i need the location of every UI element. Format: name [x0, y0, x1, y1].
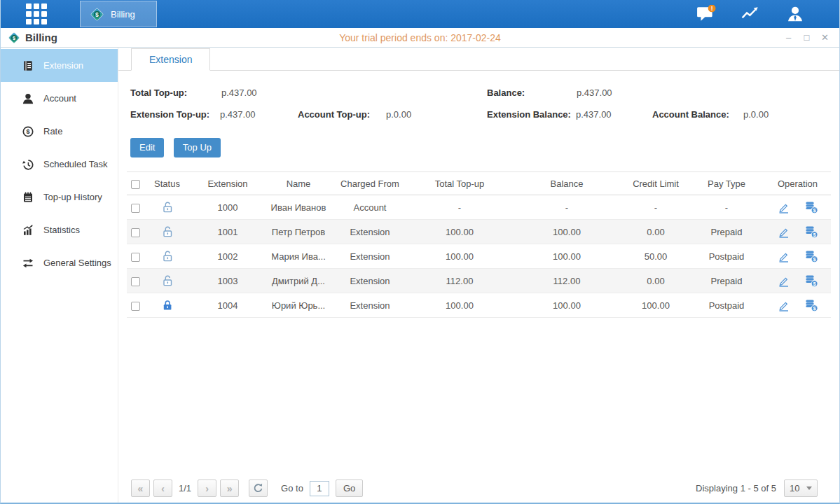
ledger-icon [22, 59, 34, 72]
top-up-button[interactable]: Top Up [174, 138, 221, 158]
topup-coins-icon[interactable]: $ [804, 299, 818, 312]
balance-summary: Total Top-up: p.437.00 Balance: p.437.00… [118, 82, 839, 125]
sidebar-item-general-settings[interactable]: General Settings [1, 246, 118, 279]
dollar-circle-icon: $ [22, 125, 34, 138]
page-size-value: 10 [790, 483, 799, 493]
topup-coins-icon[interactable]: $ [804, 201, 818, 214]
sidebar-item-label: Top-up History [43, 192, 102, 202]
sidebar-item-account[interactable]: Account [1, 82, 118, 115]
cell-credit-limit: 0.00 [623, 269, 689, 293]
edit-pencil-icon[interactable] [777, 274, 790, 288]
balance-value: p.437.00 [577, 86, 612, 100]
col-header-credit-limit: Credit Limit [623, 172, 689, 195]
row-checkbox[interactable] [131, 253, 140, 262]
extension-table: Status Extension Name Charged From Total… [127, 172, 831, 318]
lock-closed-icon[interactable] [161, 299, 174, 312]
cell-extension: 1002 [190, 244, 266, 269]
extension-topup-label: Extension Top-up: [130, 108, 209, 122]
row-checkbox[interactable] [131, 277, 140, 286]
user-menu-button[interactable] [786, 5, 804, 23]
body: Extension Account $ Rate Scheduled Task [1, 48, 839, 503]
cell-pay-type: Postpaid [689, 293, 764, 318]
refresh-button[interactable] [249, 479, 268, 497]
window-controls: – □ ✕ [783, 32, 831, 43]
cell-extension: 1001 [190, 220, 266, 244]
sidebar-item-scheduled-task[interactable]: Scheduled Task [1, 148, 118, 181]
lock-open-icon[interactable] [161, 250, 174, 262]
table-row: 1003 Дмитрий Д... Extension 112.00 112.0… [127, 269, 831, 293]
taskbar-billing-tab[interactable]: $ Billing [80, 1, 157, 27]
row-checkbox[interactable] [131, 228, 140, 237]
close-icon[interactable]: ✕ [819, 32, 831, 43]
cell-charged-from: Extension [331, 244, 408, 269]
cell-charged-from: Account [331, 195, 408, 220]
select-all-checkbox[interactable] [131, 180, 140, 189]
lock-open-icon[interactable] [161, 201, 174, 214]
sidebar-item-topup-history[interactable]: Top-up History [1, 181, 118, 214]
resource-monitor-button[interactable] [741, 6, 761, 22]
billing-app-icon: $ [90, 7, 104, 22]
cell-name: Мария Ива... [266, 244, 331, 269]
edit-pencil-icon[interactable] [777, 225, 790, 239]
cell-name: Дмитрий Д... [266, 269, 331, 293]
row-checkbox[interactable] [131, 204, 140, 213]
pagination-bar: « ‹ 1/1 › » Go to Go Displaying 1 - 5 of… [131, 479, 818, 498]
cell-pay-type: Prepaid [689, 220, 764, 244]
goto-label: Go to [281, 483, 303, 493]
topup-coins-icon[interactable]: $ [804, 274, 818, 288]
edit-pencil-icon[interactable] [777, 299, 790, 312]
notifications-button[interactable]: ! [696, 5, 716, 23]
lock-open-icon[interactable] [161, 225, 174, 238]
prev-page-button[interactable]: ‹ [153, 479, 172, 497]
cell-credit-limit: - [623, 195, 689, 220]
minimize-icon[interactable]: – [783, 32, 794, 43]
page-size-select[interactable]: 10 [784, 479, 818, 497]
maximize-icon[interactable]: □ [801, 32, 813, 43]
taskbar-tab-label: Billing [111, 9, 135, 20]
col-header-operation: Operation [764, 172, 831, 195]
notification-badge: ! [711, 5, 713, 12]
trial-notice: Your trial period ends on: 2017-02-24 [1, 32, 839, 43]
tab-extension[interactable]: Extension [131, 48, 210, 71]
topup-coins-icon[interactable]: $ [804, 250, 818, 263]
go-button[interactable]: Go [336, 479, 363, 497]
cell-pay-type: Postpaid [689, 244, 764, 269]
lock-open-icon[interactable] [161, 274, 174, 287]
sidebar-item-rate[interactable]: $ Rate [1, 115, 118, 148]
edit-pencil-icon[interactable] [777, 201, 790, 214]
account-balance-value: p.0.00 [743, 108, 769, 122]
account-topup-label: Account Top-up: [298, 108, 370, 122]
row-checkbox[interactable] [131, 302, 140, 311]
table-row: 1002 Мария Ива... Extension 100.00 100.0… [127, 244, 831, 269]
cell-name: Петр Петров [266, 220, 331, 244]
col-header-extension: Extension [190, 172, 266, 195]
cell-total-topup: 100.00 [408, 220, 511, 244]
sidebar-item-extension[interactable]: Extension [1, 49, 118, 82]
chevron-down-icon [806, 486, 812, 490]
goto-page-input[interactable] [310, 481, 329, 496]
tab-bar: Extension [118, 48, 839, 71]
topup-coins-icon[interactable]: $ [804, 225, 818, 239]
last-page-button[interactable]: » [220, 479, 239, 497]
notepad-icon [22, 191, 34, 204]
edit-pencil-icon[interactable] [777, 250, 790, 263]
cell-name: Юрий Юрь... [266, 293, 331, 318]
bar-chart-icon [22, 224, 34, 237]
table-header-row: Status Extension Name Charged From Total… [127, 172, 831, 195]
first-page-button[interactable]: « [131, 479, 150, 497]
svg-text:$: $ [26, 128, 29, 135]
displaying-info: Displaying 1 - 5 of 5 [696, 483, 776, 493]
app-launcher-grid-icon[interactable] [26, 4, 47, 24]
cell-credit-limit: 100.00 [623, 293, 689, 318]
cell-balance: - [511, 195, 623, 220]
cell-total-topup: 112.00 [408, 269, 511, 293]
edit-button[interactable]: Edit [130, 138, 164, 158]
clock-icon [22, 158, 34, 171]
sidebar-item-statistics[interactable]: Statistics [1, 214, 118, 246]
sidebar-item-label: Rate [43, 126, 62, 136]
sidebar-item-label: Statistics [43, 225, 80, 235]
main-panel: Extension Total Top-up: p.437.00 Balance… [118, 48, 839, 503]
next-page-button[interactable]: › [198, 479, 216, 497]
col-header-status: Status [144, 172, 190, 195]
balance-label: Balance: [487, 86, 525, 100]
